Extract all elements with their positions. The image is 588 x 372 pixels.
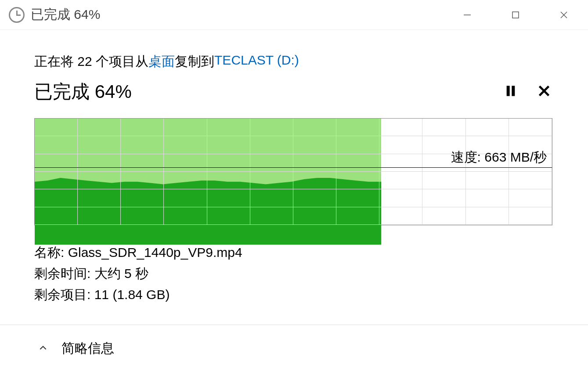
- collapse-button[interactable]: [39, 343, 47, 354]
- detail-items-value: 11 (1.84 GB): [94, 287, 170, 302]
- detail-time-label: 剩余时间:: [34, 266, 90, 281]
- maximize-button[interactable]: [491, 0, 540, 30]
- progress-row: 已完成 64%: [34, 79, 556, 104]
- source-link[interactable]: 桌面: [148, 53, 175, 71]
- chart-speed-area: [35, 119, 552, 245]
- title-bar: 已完成 64%: [0, 0, 588, 30]
- detail-name: 名称: Glass_SDR_1440p_VP9.mp4: [34, 242, 556, 263]
- detail-items-label: 剩余项目:: [34, 287, 90, 302]
- detail-time: 剩余时间: 大约 5 秒: [34, 263, 556, 284]
- window-controls: [443, 0, 588, 30]
- progress-controls: [505, 85, 556, 99]
- speed-chart: 速度: 663 MB/秒: [34, 118, 552, 225]
- footer-bar: 简略信息: [0, 325, 588, 372]
- svg-rect-5: [512, 86, 515, 96]
- chart-speed-line: [35, 167, 552, 168]
- window-title: 已完成 64%: [31, 6, 100, 24]
- minimize-button[interactable]: [443, 0, 491, 30]
- chart-speed-label: 速度: 663 MB/秒: [451, 148, 547, 166]
- copy-prefix: 正在将 22 个项目从: [34, 53, 148, 71]
- svg-rect-4: [507, 86, 510, 96]
- pause-button[interactable]: [505, 85, 517, 99]
- progress-text: 已完成 64%: [34, 79, 132, 104]
- close-button[interactable]: [540, 0, 588, 30]
- detail-name-label: 名称:: [34, 245, 64, 260]
- detail-items: 剩余项目: 11 (1.84 GB): [34, 284, 556, 305]
- dest-link[interactable]: TECLAST (D:): [214, 53, 299, 71]
- details-block: 名称: Glass_SDR_1440p_VP9.mp4 剩余时间: 大约 5 秒…: [34, 242, 556, 305]
- detail-time-value: 大约 5 秒: [94, 266, 148, 281]
- footer-label[interactable]: 简略信息: [61, 339, 114, 358]
- svg-rect-1: [512, 12, 519, 18]
- copy-description: 正在将 22 个项目从 桌面 复制到 TECLAST (D:): [34, 53, 556, 71]
- copy-middle: 复制到: [175, 53, 214, 71]
- clock-icon: [9, 7, 25, 23]
- detail-name-value: Glass_SDR_1440p_VP9.mp4: [68, 245, 242, 260]
- content-area: 正在将 22 个项目从 桌面 复制到 TECLAST (D:) 已完成 64% …: [0, 30, 588, 305]
- cancel-button[interactable]: [538, 85, 550, 99]
